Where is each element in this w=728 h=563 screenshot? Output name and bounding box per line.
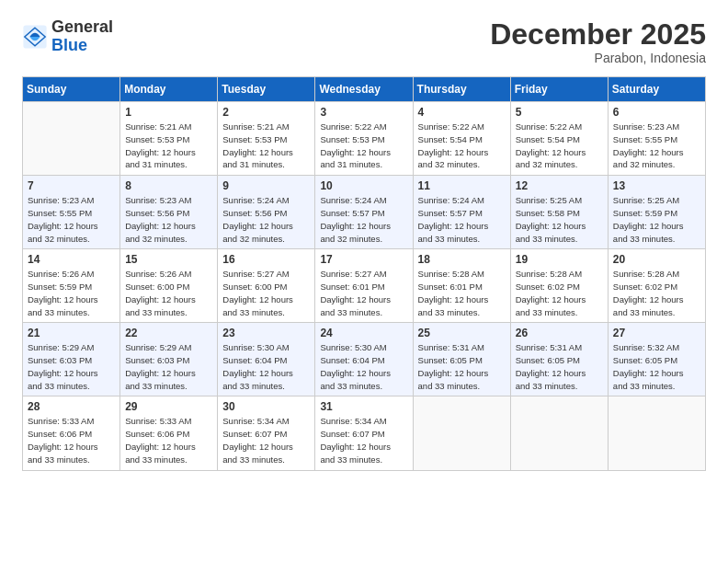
day-number: 31 <box>320 400 407 413</box>
weekday-header-wednesday: Wednesday <box>315 77 413 102</box>
calendar-cell: 19Sunrise: 5:28 AM Sunset: 6:02 PM Dayli… <box>510 249 608 323</box>
calendar-cell: 29Sunrise: 5:33 AM Sunset: 6:06 PM Dayli… <box>120 396 218 470</box>
day-number: 22 <box>125 327 212 339</box>
day-info: Sunrise: 5:23 AM Sunset: 5:56 PM Dayligh… <box>125 194 212 245</box>
day-info: Sunrise: 5:25 AM Sunset: 5:58 PM Dayligh… <box>516 194 603 245</box>
page-header: General Blue December 2025 Parabon, Indo… <box>22 18 706 65</box>
day-number: 14 <box>28 253 115 266</box>
day-info: Sunrise: 5:22 AM Sunset: 5:53 PM Dayligh… <box>320 121 407 171</box>
weekday-header-sunday: Sunday <box>23 77 120 102</box>
day-info: Sunrise: 5:31 AM Sunset: 6:05 PM Dayligh… <box>516 341 603 392</box>
calendar-cell: 22Sunrise: 5:29 AM Sunset: 6:03 PM Dayli… <box>120 323 218 396</box>
day-number: 30 <box>222 400 310 413</box>
day-info: Sunrise: 5:26 AM Sunset: 5:59 PM Dayligh… <box>28 268 115 318</box>
day-number: 3 <box>320 106 407 119</box>
day-info: Sunrise: 5:34 AM Sunset: 6:07 PM Dayligh… <box>222 415 310 465</box>
calendar-cell <box>510 396 608 470</box>
month-title: December 2025 <box>490 18 706 51</box>
calendar-cell: 31Sunrise: 5:34 AM Sunset: 6:07 PM Dayli… <box>315 396 413 470</box>
day-number: 10 <box>320 179 407 192</box>
calendar-cell: 28Sunrise: 5:33 AM Sunset: 6:06 PM Dayli… <box>23 396 120 470</box>
weekday-header-thursday: Thursday <box>413 77 510 102</box>
calendar-cell: 30Sunrise: 5:34 AM Sunset: 6:07 PM Dayli… <box>218 396 315 470</box>
calendar-cell: 18Sunrise: 5:28 AM Sunset: 6:01 PM Dayli… <box>413 249 510 323</box>
day-number: 12 <box>516 179 603 192</box>
logo: General Blue <box>22 18 113 55</box>
calendar-cell: 23Sunrise: 5:30 AM Sunset: 6:04 PM Dayli… <box>218 323 315 396</box>
day-number: 26 <box>516 327 603 339</box>
weekday-header-monday: Monday <box>120 77 218 102</box>
day-info: Sunrise: 5:29 AM Sunset: 6:03 PM Dayligh… <box>125 341 212 392</box>
day-number: 29 <box>125 400 212 413</box>
day-info: Sunrise: 5:33 AM Sunset: 6:06 PM Dayligh… <box>28 415 115 465</box>
calendar-cell: 25Sunrise: 5:31 AM Sunset: 6:05 PM Dayli… <box>413 323 510 396</box>
logo-text: General Blue <box>51 18 113 55</box>
calendar-cell: 27Sunrise: 5:32 AM Sunset: 6:05 PM Dayli… <box>608 323 705 396</box>
weekday-header-tuesday: Tuesday <box>218 77 315 102</box>
day-number: 19 <box>516 253 603 266</box>
day-info: Sunrise: 5:31 AM Sunset: 6:05 PM Dayligh… <box>418 341 506 392</box>
calendar-cell: 26Sunrise: 5:31 AM Sunset: 6:05 PM Dayli… <box>510 323 608 396</box>
calendar-cell: 7Sunrise: 5:23 AM Sunset: 5:55 PM Daylig… <box>23 176 120 249</box>
day-info: Sunrise: 5:32 AM Sunset: 6:05 PM Dayligh… <box>613 341 700 392</box>
calendar-cell: 12Sunrise: 5:25 AM Sunset: 5:58 PM Dayli… <box>510 176 608 249</box>
day-number: 25 <box>418 327 506 339</box>
logo-general: General <box>51 17 113 36</box>
calendar-cell: 6Sunrise: 5:23 AM Sunset: 5:55 PM Daylig… <box>608 102 705 176</box>
calendar-cell: 24Sunrise: 5:30 AM Sunset: 6:04 PM Dayli… <box>315 323 413 396</box>
calendar-cell: 16Sunrise: 5:27 AM Sunset: 6:00 PM Dayli… <box>218 249 315 323</box>
calendar-week-row: 1Sunrise: 5:21 AM Sunset: 5:53 PM Daylig… <box>23 102 706 176</box>
calendar-cell <box>23 102 120 176</box>
day-info: Sunrise: 5:27 AM Sunset: 6:00 PM Dayligh… <box>222 268 310 318</box>
calendar-cell: 17Sunrise: 5:27 AM Sunset: 6:01 PM Dayli… <box>315 249 413 323</box>
calendar-week-row: 7Sunrise: 5:23 AM Sunset: 5:55 PM Daylig… <box>23 176 706 249</box>
day-number: 1 <box>125 106 212 119</box>
day-number: 15 <box>125 253 212 266</box>
day-info: Sunrise: 5:25 AM Sunset: 5:59 PM Dayligh… <box>613 194 700 245</box>
day-info: Sunrise: 5:28 AM Sunset: 6:01 PM Dayligh… <box>418 268 506 318</box>
day-number: 11 <box>418 179 506 192</box>
calendar-cell <box>413 396 510 470</box>
day-info: Sunrise: 5:27 AM Sunset: 6:01 PM Dayligh… <box>320 268 407 318</box>
calendar-cell: 11Sunrise: 5:24 AM Sunset: 5:57 PM Dayli… <box>413 176 510 249</box>
day-number: 21 <box>28 327 115 339</box>
weekday-header-saturday: Saturday <box>608 77 705 102</box>
calendar-cell: 14Sunrise: 5:26 AM Sunset: 5:59 PM Dayli… <box>23 249 120 323</box>
day-info: Sunrise: 5:30 AM Sunset: 6:04 PM Dayligh… <box>320 341 407 392</box>
calendar-cell: 1Sunrise: 5:21 AM Sunset: 5:53 PM Daylig… <box>120 102 218 176</box>
calendar-cell: 15Sunrise: 5:26 AM Sunset: 6:00 PM Dayli… <box>120 249 218 323</box>
calendar-cell: 21Sunrise: 5:29 AM Sunset: 6:03 PM Dayli… <box>23 323 120 396</box>
day-info: Sunrise: 5:21 AM Sunset: 5:53 PM Dayligh… <box>125 121 212 171</box>
title-area: December 2025 Parabon, Indonesia <box>490 18 706 65</box>
day-number: 17 <box>320 253 407 266</box>
calendar-cell: 5Sunrise: 5:22 AM Sunset: 5:54 PM Daylig… <box>510 102 608 176</box>
calendar-cell <box>608 396 705 470</box>
calendar-header-row: SundayMondayTuesdayWednesdayThursdayFrid… <box>23 77 706 102</box>
day-number: 23 <box>222 327 310 339</box>
day-number: 5 <box>516 106 603 119</box>
day-info: Sunrise: 5:28 AM Sunset: 6:02 PM Dayligh… <box>613 268 700 318</box>
day-info: Sunrise: 5:22 AM Sunset: 5:54 PM Dayligh… <box>516 121 603 171</box>
calendar-cell: 9Sunrise: 5:24 AM Sunset: 5:56 PM Daylig… <box>218 176 315 249</box>
day-info: Sunrise: 5:28 AM Sunset: 6:02 PM Dayligh… <box>516 268 603 318</box>
day-number: 20 <box>613 253 700 266</box>
day-info: Sunrise: 5:24 AM Sunset: 5:57 PM Dayligh… <box>418 194 506 245</box>
location: Parabon, Indonesia <box>490 51 706 65</box>
day-info: Sunrise: 5:24 AM Sunset: 5:57 PM Dayligh… <box>320 194 407 245</box>
day-number: 18 <box>418 253 506 266</box>
day-number: 7 <box>28 179 115 192</box>
calendar-cell: 10Sunrise: 5:24 AM Sunset: 5:57 PM Dayli… <box>315 176 413 249</box>
logo-blue: Blue <box>51 36 87 54</box>
day-number: 24 <box>320 327 407 339</box>
day-number: 2 <box>222 106 310 119</box>
day-number: 4 <box>418 106 506 119</box>
calendar-week-row: 14Sunrise: 5:26 AM Sunset: 5:59 PM Dayli… <box>23 249 706 323</box>
day-info: Sunrise: 5:29 AM Sunset: 6:03 PM Dayligh… <box>28 341 115 392</box>
day-info: Sunrise: 5:26 AM Sunset: 6:00 PM Dayligh… <box>125 268 212 318</box>
day-info: Sunrise: 5:23 AM Sunset: 5:55 PM Dayligh… <box>28 194 115 245</box>
calendar-cell: 4Sunrise: 5:22 AM Sunset: 5:54 PM Daylig… <box>413 102 510 176</box>
day-number: 16 <box>222 253 310 266</box>
day-number: 8 <box>125 179 212 192</box>
day-number: 28 <box>28 400 115 413</box>
day-number: 9 <box>222 179 310 192</box>
